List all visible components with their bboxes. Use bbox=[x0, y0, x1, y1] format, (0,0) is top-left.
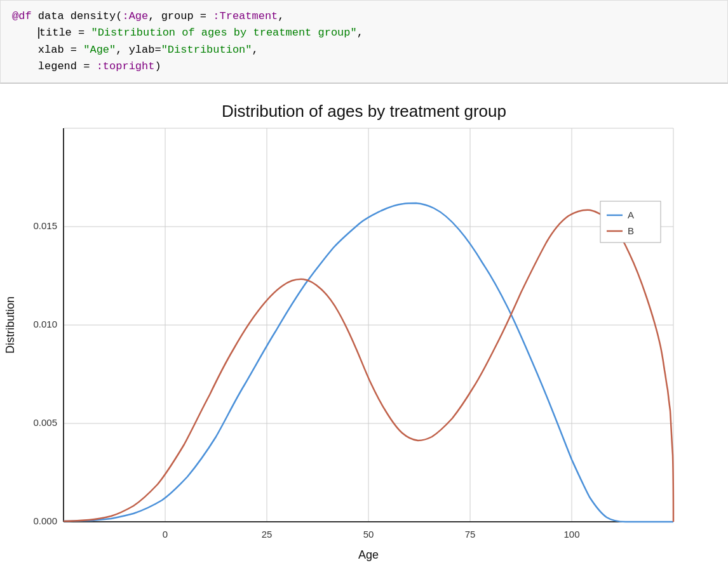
legend-b-label: B bbox=[628, 225, 634, 236]
xtick-25: 25 bbox=[262, 529, 273, 540]
code-line-1: @df data density(:Age, group = :Treatmen… bbox=[12, 8, 716, 25]
eq1: = bbox=[72, 27, 91, 39]
ytick-010: 0.010 bbox=[33, 319, 57, 329]
comma4: , bbox=[252, 44, 259, 56]
treatment-sym: :Treatment bbox=[213, 10, 278, 22]
topright-sym: :topright bbox=[97, 60, 155, 72]
chart-title: Distribution of ages by treatment group bbox=[222, 102, 506, 121]
y-axis-label: Distribution bbox=[4, 296, 17, 354]
xtick-75: 75 bbox=[465, 529, 476, 540]
chart-bg bbox=[0, 84, 728, 563]
chart-svg: Distribution of ages by treatment group … bbox=[0, 84, 728, 563]
close-paren: ) bbox=[154, 60, 161, 72]
xlab-str: "Age" bbox=[83, 44, 116, 56]
code-line-2: title = "Distribution of ages by treatme… bbox=[12, 25, 716, 41]
func-call: data density( bbox=[38, 10, 123, 22]
ytick-015: 0.015 bbox=[33, 220, 57, 231]
eq3: = bbox=[77, 60, 97, 72]
legend-box bbox=[600, 201, 661, 242]
xtick-0: 0 bbox=[163, 529, 168, 540]
age-sym: :Age bbox=[122, 10, 148, 22]
code-line-3: xlab = "Age", ylab="Distribution", bbox=[12, 42, 716, 58]
ylab-str: "Distribution" bbox=[161, 44, 252, 56]
comma1: , bbox=[278, 10, 284, 22]
eq2: = bbox=[64, 44, 84, 56]
xtick-50: 50 bbox=[363, 529, 374, 540]
xlab-param: xlab bbox=[38, 44, 64, 56]
at-symbol: @df bbox=[12, 10, 32, 22]
x-axis-label: Age bbox=[358, 548, 379, 561]
legend-param: legend bbox=[38, 60, 77, 72]
ytick-0: 0.000 bbox=[33, 515, 57, 526]
comma-group: , group = bbox=[148, 10, 213, 22]
title-str: "Distribution of ages by treatment group… bbox=[91, 27, 356, 39]
legend-a-label: A bbox=[628, 209, 634, 220]
code-block: @df data density(:Age, group = :Treatmen… bbox=[0, 0, 728, 84]
xtick-100: 100 bbox=[563, 529, 579, 540]
comma3: , ylab= bbox=[116, 44, 161, 56]
comma2: , bbox=[357, 27, 363, 39]
chart-area: Distribution of ages by treatment group … bbox=[0, 84, 728, 563]
title-param: title bbox=[39, 27, 72, 39]
code-line-4: legend = :topright) bbox=[12, 58, 716, 75]
ytick-005: 0.005 bbox=[33, 417, 57, 428]
